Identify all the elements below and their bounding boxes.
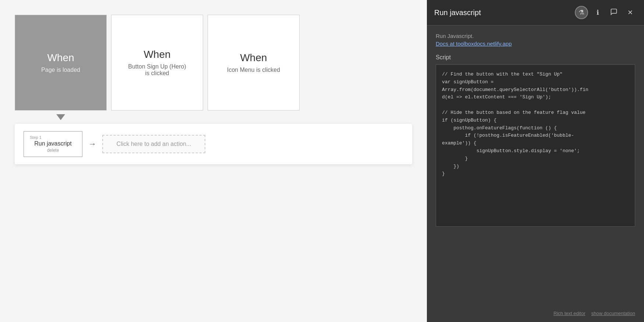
panel-header: Run javascript ⚗ ℹ ✕: [427, 0, 644, 25]
comment-icon: [610, 8, 618, 17]
step-1-delete[interactable]: delete: [30, 148, 76, 153]
when-card-1-title: When: [47, 52, 74, 64]
panel-docs-link: Docs at toolboxdocs.netlify.app: [436, 41, 635, 47]
panel-footer: Rich text editor show documentation: [427, 307, 644, 322]
step-1-name: Run javascript: [30, 140, 76, 147]
panel-body: Run Javascript. Docs at toolboxdocs.netl…: [427, 25, 644, 307]
arrow-down-icon: [56, 114, 65, 120]
info-button[interactable]: ℹ: [591, 6, 604, 19]
arrow-down: [15, 111, 107, 124]
when-card-1-subtitle: Page is loaded: [41, 67, 80, 73]
rich-text-editor-link[interactable]: Rich text editor: [553, 311, 585, 316]
step-1-box[interactable]: Step 1 Run javascript delete: [24, 131, 82, 157]
when-card-3-subtitle: Icon Menu is clicked: [227, 67, 280, 73]
panel-description: Run Javascript.: [436, 33, 635, 39]
right-panel: Run javascript ⚗ ℹ ✕ Run Javascript.: [427, 0, 644, 322]
arrow-right-icon: →: [88, 139, 96, 149]
show-documentation-link[interactable]: show documentation: [591, 311, 635, 316]
when-card-3[interactable]: When Icon Menu is clicked: [208, 15, 300, 111]
add-action-label: Click here to add an action...: [117, 141, 191, 147]
canvas-area: When Page is loaded When Button Sign Up …: [0, 0, 427, 322]
flask-icon: ⚗: [578, 8, 584, 17]
when-card-2[interactable]: When Button Sign Up (Hero)is clicked: [111, 15, 203, 111]
when-card-1[interactable]: When Page is loaded: [15, 15, 107, 111]
steps-area: Step 1 Run javascript delete → Click her…: [15, 124, 412, 164]
panel-icons: ⚗ ℹ ✕: [575, 6, 637, 19]
flask-button[interactable]: ⚗: [575, 6, 588, 19]
close-icon: ✕: [627, 8, 633, 17]
when-card-3-title: When: [240, 52, 267, 64]
when-card-2-subtitle: Button Sign Up (Hero)is clicked: [128, 63, 186, 77]
panel-title: Run javascript: [434, 8, 575, 17]
code-editor[interactable]: // Find the button with the text "Sign U…: [436, 64, 635, 227]
info-icon: ℹ: [597, 8, 599, 17]
comment-button[interactable]: [607, 6, 620, 19]
docs-link-text[interactable]: Docs at toolboxdocs.netlify.app: [436, 41, 512, 47]
step-1-label: Step 1: [30, 135, 76, 140]
script-label: Script: [436, 54, 635, 61]
when-card-2-title: When: [144, 49, 170, 60]
close-button[interactable]: ✕: [623, 6, 637, 19]
arrow-down-container: [0, 111, 427, 124]
when-cards-row: When Page is loaded When Button Sign Up …: [0, 0, 427, 111]
add-action-box[interactable]: Click here to add an action...: [102, 135, 205, 153]
